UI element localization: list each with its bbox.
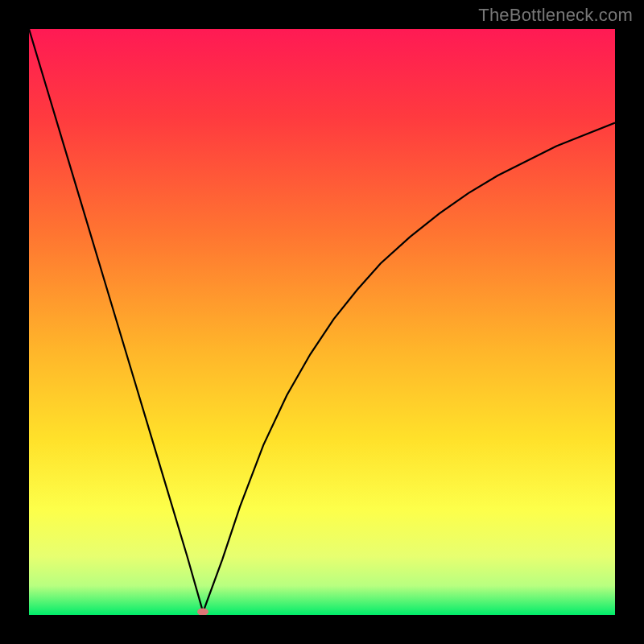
curve-layer xyxy=(29,29,615,615)
watermark-label: TheBottleneck.com xyxy=(478,5,633,26)
optimal-point-marker xyxy=(197,608,208,615)
plot-area xyxy=(29,29,615,615)
bottleneck-curve xyxy=(29,29,615,612)
chart-frame: TheBottleneck.com xyxy=(0,0,644,644)
